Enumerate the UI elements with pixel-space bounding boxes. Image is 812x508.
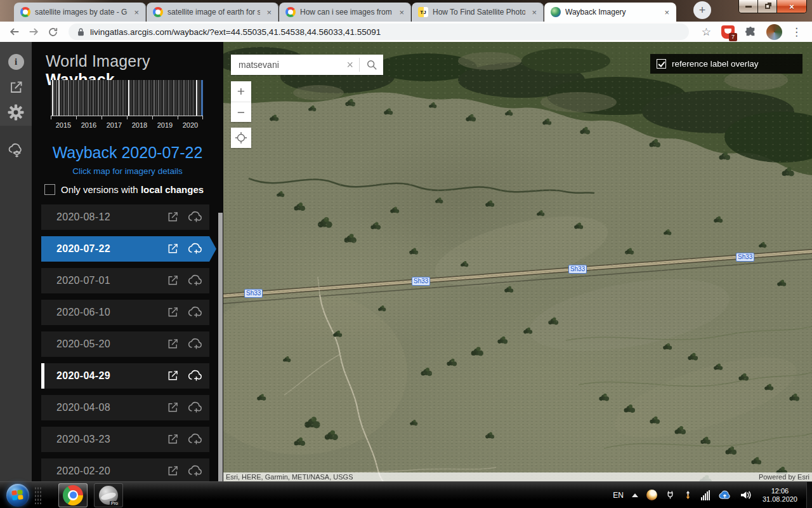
language-indicator[interactable]: EN: [613, 491, 624, 500]
tab-close-icon[interactable]: ×: [397, 8, 406, 17]
search-button[interactable]: [360, 55, 383, 75]
start-button[interactable]: [6, 484, 29, 507]
tab-how-can-i-see-images[interactable]: How can i see images from a ×: [279, 3, 411, 22]
zoom-out-button[interactable]: −: [231, 102, 251, 122]
row-share-icon[interactable]: [167, 338, 179, 350]
tab-close-icon[interactable]: ×: [662, 8, 671, 17]
row-share-icon[interactable]: [167, 465, 179, 477]
version-row[interactable]: 2020-03-23: [41, 427, 209, 452]
taskbar-clock[interactable]: 12:06 31.08.2020: [763, 487, 797, 504]
tab-close-icon[interactable]: ×: [530, 8, 539, 17]
tab-how-to-find-satellite-photos[interactable]: TJ How To Find Satellite Photos ×: [412, 3, 544, 22]
zoom-in-button[interactable]: +: [231, 81, 251, 102]
version-row[interactable]: 2020-04-08: [41, 395, 209, 420]
wayback-export-button[interactable]: [0, 138, 32, 163]
share-button[interactable]: [0, 74, 32, 100]
overlay-label: reference label overlay: [672, 59, 759, 69]
extensions-puzzle-icon[interactable]: [745, 26, 756, 37]
timeline-barcode[interactable]: [51, 80, 203, 116]
version-row[interactable]: 2020-04-29: [41, 363, 209, 389]
version-timeline[interactable]: 201520162017201820192020: [51, 80, 203, 129]
tab-satellite-image-of-earth[interactable]: satellite image of earth for sp ×: [147, 3, 278, 22]
minimize-icon: [745, 6, 752, 8]
version-date: 2020-06-10: [56, 307, 110, 318]
tab-satellite-images-by-date[interactable]: satellite images by date - Go ×: [14, 3, 146, 22]
taskbar-separator: [34, 486, 42, 504]
cloud-upload-icon[interactable]: [718, 490, 731, 500]
info-icon: i: [8, 54, 24, 70]
share-icon: [9, 80, 23, 95]
browser-tab-strip: satellite images by date - Go × satellit…: [0, 0, 812, 22]
satellite-map[interactable]: × + − reference label overlay Sh33 Sh33 …: [223, 42, 812, 481]
refresh-button[interactable]: [44, 23, 61, 40]
adblock-extension-icon[interactable]: 7: [721, 25, 735, 39]
search-icon: [366, 59, 377, 70]
lock-icon: [77, 27, 84, 36]
taskbar-chrome-active[interactable]: [58, 483, 88, 507]
bookmark-star-icon[interactable]: ☆: [698, 25, 715, 39]
clock-date: 31.08.2020: [763, 495, 797, 503]
tab-wayback-imagery[interactable]: Wayback Imagery ×: [544, 3, 676, 22]
speaker-icon[interactable]: [740, 490, 752, 500]
show-desktop-button[interactable]: [806, 482, 812, 508]
road-shield-label: Sh33: [568, 265, 587, 274]
back-arrow-icon: [9, 26, 20, 37]
satellite-terrain: [223, 42, 812, 481]
google-favicon-icon: [285, 7, 296, 17]
window-minimize-button[interactable]: [739, 0, 758, 13]
version-row[interactable]: 2020-08-12: [41, 204, 209, 230]
row-add-cloud-icon[interactable]: [188, 242, 203, 255]
back-button[interactable]: [6, 23, 23, 40]
imagery-details-hint[interactable]: Click map for imagery details: [32, 166, 223, 176]
overlay-checkbox[interactable]: [657, 59, 666, 69]
local-changes-filter[interactable]: Only versions with local changes: [44, 184, 204, 195]
search-input[interactable]: [231, 60, 341, 70]
row-add-cloud-icon[interactable]: [188, 337, 203, 351]
sidebar-scrollbar[interactable]: [218, 213, 223, 481]
row-add-cloud-icon[interactable]: [188, 401, 203, 414]
row-add-cloud-icon[interactable]: [188, 210, 203, 224]
version-row[interactable]: 2020-07-22: [41, 236, 209, 262]
version-row[interactable]: 2020-05-20: [41, 331, 209, 357]
info-button[interactable]: i: [0, 49, 32, 74]
version-row[interactable]: 2020-06-10: [41, 300, 209, 325]
settings-button[interactable]: [0, 100, 32, 125]
power-plug-icon[interactable]: [665, 490, 675, 500]
tab-close-icon[interactable]: ×: [265, 8, 273, 17]
show-hidden-icons-icon[interactable]: [632, 493, 638, 497]
row-add-cloud-icon[interactable]: [188, 305, 203, 319]
browser-menu-icon[interactable]: ⋮: [789, 25, 806, 39]
window-restore-button[interactable]: [758, 0, 777, 13]
search-clear-icon[interactable]: ×: [341, 58, 359, 72]
window-close-button[interactable]: ×: [777, 0, 806, 13]
address-bar[interactable]: livingatlas.arcgis.com/wayback/?ext=44.5…: [69, 23, 689, 40]
filter-checkbox[interactable]: [44, 184, 55, 195]
row-share-icon[interactable]: [167, 401, 179, 413]
row-add-cloud-icon[interactable]: [188, 432, 203, 446]
row-share-icon[interactable]: [167, 211, 179, 223]
tray-app-icon[interactable]: [646, 490, 657, 500]
forward-button[interactable]: [25, 23, 42, 40]
tab-close-icon[interactable]: ×: [132, 8, 141, 17]
refresh-icon: [48, 27, 58, 37]
version-row[interactable]: 2020-07-01: [41, 268, 209, 293]
reference-label-overlay-toggle[interactable]: reference label overlay: [650, 54, 802, 74]
locate-button[interactable]: [231, 128, 251, 148]
row-add-cloud-icon[interactable]: [188, 274, 203, 287]
row-share-icon[interactable]: [167, 243, 179, 255]
filter-label: Only versions with local changes: [61, 184, 204, 195]
network-signal-icon[interactable]: [701, 490, 710, 500]
version-row[interactable]: 2020-02-20: [41, 458, 209, 484]
row-share-icon[interactable]: [167, 306, 179, 318]
profile-avatar[interactable]: [766, 24, 782, 40]
row-share-icon[interactable]: [167, 433, 179, 445]
update-notification-icon[interactable]: [683, 490, 693, 500]
row-share-icon[interactable]: [167, 370, 179, 382]
new-tab-button[interactable]: +: [693, 1, 711, 19]
row-share-icon[interactable]: [167, 274, 179, 286]
row-add-cloud-icon[interactable]: [188, 464, 203, 478]
road-shield-label: Sh33: [736, 253, 754, 262]
row-add-cloud-icon[interactable]: [188, 369, 203, 382]
taskbar-google-earth-pro[interactable]: Pro: [94, 483, 123, 507]
map-search-box[interactable]: ×: [231, 55, 383, 75]
